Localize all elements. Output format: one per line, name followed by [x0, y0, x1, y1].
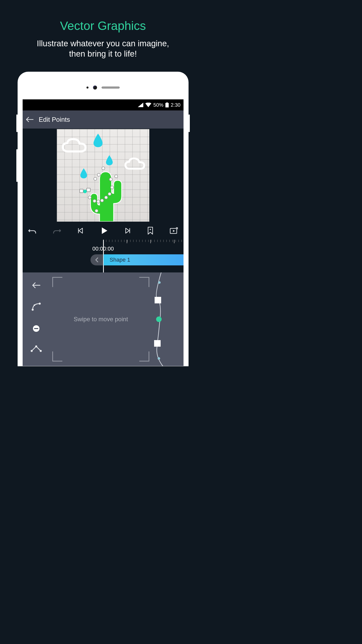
timeline-time: 00:00:00 [23, 243, 184, 254]
control-point[interactable] [102, 167, 105, 170]
pad-corner [52, 277, 62, 287]
control-point[interactable] [114, 175, 118, 178]
control-point[interactable] [93, 199, 96, 203]
tool-column [23, 272, 50, 366]
play-icon[interactable] [100, 226, 108, 235]
device-button [189, 114, 190, 132]
promo-title: Vector Graphics [0, 0, 206, 33]
screen-title: Edit Points [39, 116, 70, 124]
title-bar: Edit Points [23, 110, 184, 129]
svg-point-10 [40, 350, 42, 352]
delete-point-icon[interactable] [32, 325, 40, 332]
svg-point-4 [39, 303, 41, 305]
signal-icon [138, 103, 143, 107]
node-dot[interactable] [158, 357, 160, 360]
wifi-icon [145, 103, 151, 107]
status-bar: 50% 2:30 [23, 99, 184, 110]
battery-percent: 50% [153, 102, 163, 108]
undo-icon[interactable] [28, 227, 37, 234]
control-point[interactable] [109, 178, 113, 181]
pad-corner [52, 351, 62, 361]
control-point[interactable] [95, 209, 98, 213]
svg-rect-7 [34, 328, 38, 329]
bookmark-add-icon[interactable] [147, 227, 154, 235]
prev-segment-button[interactable] [90, 254, 103, 265]
device-button [16, 149, 18, 182]
move-pad-hint: Swipe to move point [74, 316, 128, 323]
svg-rect-0 [165, 103, 169, 107]
svg-point-5 [34, 304, 35, 306]
app-screen: 50% 2:30 Edit Points [23, 99, 184, 366]
curve-tool-icon[interactable] [31, 302, 41, 312]
control-point[interactable] [100, 199, 104, 202]
back-tool-icon[interactable] [31, 282, 41, 289]
control-point[interactable] [104, 196, 108, 199]
device-button [16, 114, 18, 132]
node-dot[interactable] [158, 281, 161, 284]
status-time: 2:30 [171, 102, 180, 108]
skip-end-icon[interactable] [124, 227, 131, 234]
control-point[interactable] [108, 192, 111, 196]
battery-icon [165, 102, 169, 107]
point-editor: Swipe to move point [23, 272, 184, 366]
pad-corner [139, 351, 149, 361]
tablet-frame: 50% 2:30 Edit Points [18, 72, 189, 366]
node-active[interactable] [156, 316, 162, 322]
transport-bar [23, 222, 184, 240]
corner-point-icon[interactable] [31, 345, 42, 352]
control-point[interactable] [97, 200, 100, 203]
svg-point-3 [32, 309, 34, 311]
pad-corner [139, 277, 149, 287]
control-handle[interactable] [79, 189, 83, 193]
skip-start-icon[interactable] [77, 227, 84, 234]
control-point[interactable] [94, 177, 97, 181]
raindrop-shape[interactable] [93, 134, 103, 147]
timeline-track[interactable]: Shape 1 [23, 254, 184, 265]
node-sequence[interactable] [152, 272, 184, 366]
svg-point-8 [31, 350, 33, 352]
svg-point-9 [35, 345, 37, 347]
loop-icon[interactable] [169, 227, 178, 234]
svg-rect-1 [166, 102, 168, 103]
move-pad[interactable]: Swipe to move point [50, 272, 152, 366]
control-point[interactable] [110, 186, 114, 189]
node-square[interactable] [155, 297, 161, 303]
redo-icon[interactable] [53, 227, 61, 234]
canvas[interactable] [23, 129, 184, 222]
track-label: Shape 1 [110, 257, 130, 263]
promo-subtitle: Illustrate whatever you can imagine,then… [0, 38, 206, 59]
control-point[interactable] [88, 196, 92, 199]
back-arrow-icon[interactable] [26, 116, 34, 123]
node-square[interactable] [154, 340, 161, 347]
device-camera [86, 86, 120, 90]
control-point[interactable] [97, 173, 101, 177]
cloud-shape[interactable] [61, 138, 88, 155]
control-handle[interactable] [86, 188, 90, 192]
control-point-selected[interactable] [83, 190, 87, 193]
track-segment[interactable]: Shape 1 [104, 254, 184, 265]
